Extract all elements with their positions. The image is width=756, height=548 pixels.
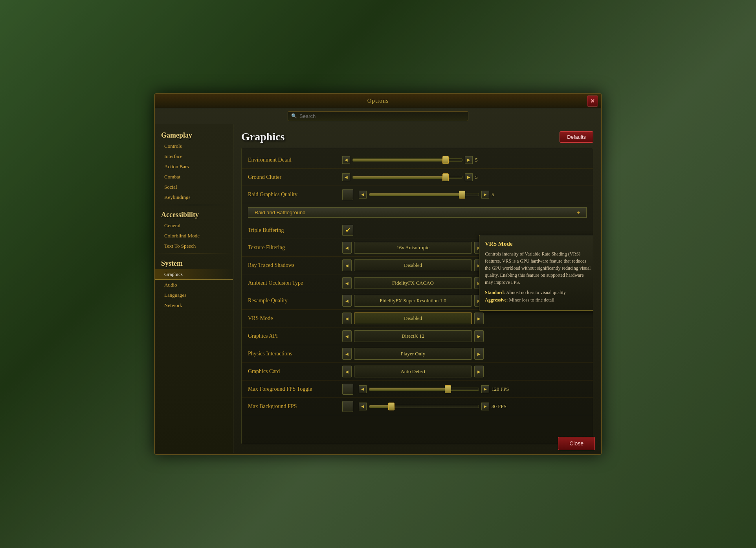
sidebar-divider-1 <box>155 205 233 205</box>
setting-label-vrs-mode: VRS Mode <box>248 315 342 322</box>
checkbox-max-background[interactable] <box>342 401 353 412</box>
arrow-right-gcard[interactable]: ▶ <box>474 366 484 377</box>
track-ground-clutter[interactable] <box>352 176 462 179</box>
fill-fg <box>369 388 448 390</box>
slider-left-raid[interactable]: ◀ <box>359 191 367 199</box>
setting-label-resample-quality: Resample Quality <box>248 298 342 304</box>
value-environment: 5 <box>475 157 495 163</box>
modal-title-bar: Options ✕ <box>155 94 601 108</box>
raid-battleground-toggle[interactable]: Raid and Battleground + <box>248 207 587 218</box>
title-close-button[interactable]: ✕ <box>587 96 598 107</box>
checkbox-raid-graphics[interactable] <box>342 189 353 200</box>
setting-label-ambient-occlusion: Ambient Occlusion Type <box>248 280 342 286</box>
close-button[interactable]: Close <box>558 437 595 450</box>
thumb-bg[interactable] <box>388 403 395 410</box>
fill-ground-clutter <box>353 176 446 178</box>
sidebar-item-audio[interactable]: Audio <box>155 280 233 290</box>
arrow-right-physics[interactable]: ▶ <box>474 348 484 360</box>
arrow-right-vrs[interactable]: ▶ <box>474 313 484 324</box>
sidebar-item-languages[interactable]: Languages <box>155 290 233 300</box>
defaults-button[interactable]: Defaults <box>560 131 593 143</box>
arrow-left-physics[interactable]: ◀ <box>342 348 352 360</box>
control-physics: ◀ Player Only ▶ <box>342 348 587 360</box>
modal-body: Gameplay Controls Interface Action Bars … <box>155 124 601 453</box>
sidebar-item-graphics[interactable]: Graphics <box>155 269 233 280</box>
thumb-raid[interactable] <box>459 191 465 199</box>
dropdown-texture-filtering[interactable]: 16x Anisotropic <box>354 242 472 254</box>
tooltip-standard-label: Standard <box>485 290 504 295</box>
slider-left-fg[interactable]: ◀ <box>359 385 367 393</box>
slider-right-fg[interactable]: ▶ <box>481 385 489 393</box>
checkbox-max-foreground[interactable] <box>342 384 353 395</box>
track-environment[interactable] <box>352 158 462 162</box>
sidebar-item-colorblind-mode[interactable]: Colorblind Mode <box>155 231 233 241</box>
sidebar-item-keybindings[interactable]: Keybindings <box>155 192 233 202</box>
sidebar-item-controls[interactable]: Controls <box>155 141 233 151</box>
sidebar-item-action-bars[interactable]: Action Bars <box>155 162 233 172</box>
arrow-left-vrs[interactable]: ◀ <box>342 313 352 324</box>
slider-left-bg[interactable]: ◀ <box>359 403 367 410</box>
sidebar-item-combat[interactable]: Combat <box>155 172 233 182</box>
divider-plus-icon: + <box>577 210 580 215</box>
sidebar-item-network[interactable]: Network <box>155 300 233 311</box>
arrow-right-gapi[interactable]: ▶ <box>474 330 484 342</box>
sidebar-item-social[interactable]: Social <box>155 182 233 192</box>
dropdown-resample[interactable]: FidelityFX Super Resolution 1.0 <box>354 295 472 307</box>
track-raid[interactable] <box>369 193 479 196</box>
setting-row-graphics-api: Graphics API ◀ DirectX 12 ▶ <box>242 327 593 345</box>
tooltip-title: VRS Mode <box>485 241 591 247</box>
tooltip-body: Controls intensity of Variable Rate Shad… <box>485 250 591 286</box>
slider-max-foreground: ◀ ▶ 120 FPS <box>342 384 587 395</box>
slider-right-raid[interactable]: ▶ <box>481 191 489 199</box>
setting-row-max-foreground-fps: Max Foreground FPS Toggle ◀ ▶ 120 FPS <box>242 381 593 398</box>
divider-label: Raid and Battleground <box>255 210 305 215</box>
dropdown-ambient-occlusion[interactable]: FidelityFX CACAO <box>354 277 472 289</box>
setting-row-environment-detail: Environment Detail ◀ ▶ 5 <box>242 151 593 169</box>
checkbox-triple-buffering[interactable]: ✔ <box>342 225 353 236</box>
sidebar: Gameplay Controls Interface Action Bars … <box>155 124 233 453</box>
sidebar-item-interface[interactable]: Interface <box>155 151 233 162</box>
vrs-tooltip: VRS Mode Controls intensity of Variable … <box>479 235 593 311</box>
thumb-ground-clutter[interactable] <box>442 173 449 181</box>
arrow-left-ray[interactable]: ◀ <box>342 259 352 271</box>
track-bg[interactable] <box>369 405 479 408</box>
dropdown-vrs[interactable]: Disabled <box>354 313 472 324</box>
setting-label-graphics-api: Graphics API <box>248 333 342 339</box>
track-fg[interactable] <box>369 388 479 391</box>
dropdown-ray-traced[interactable]: Disabled <box>354 259 472 271</box>
section-header-row: Graphics Defaults <box>241 131 593 143</box>
slider-left-ground-clutter[interactable]: ◀ <box>342 173 350 181</box>
slider-ground-clutter: ◀ ▶ 5 <box>342 173 587 181</box>
setting-row-raid-graphics: Raid Graphics Quality ◀ ▶ 5 <box>242 186 593 203</box>
tooltip-standard-desc: : Almost no loss to visual quality <box>504 290 566 295</box>
arrow-left-resample[interactable]: ◀ <box>342 295 352 307</box>
setting-label-environment-detail: Environment Detail <box>248 157 342 163</box>
slider-right-bg[interactable]: ▶ <box>481 403 489 410</box>
control-graphics-card: ◀ Auto Detect ▶ <box>342 366 587 377</box>
setting-label-max-foreground-fps: Max Foreground FPS Toggle <box>248 386 342 392</box>
slider-raid-graphics: ◀ ▶ 5 <box>342 189 587 200</box>
setting-label-graphics-card: Graphics Card <box>248 368 342 375</box>
control-triple-buffering: ✔ <box>342 225 587 236</box>
search-input[interactable] <box>299 113 465 119</box>
value-bg: 30 FPS <box>492 403 511 410</box>
dropdown-graphics-card[interactable]: Auto Detect <box>354 366 472 377</box>
arrow-left-gcard[interactable]: ◀ <box>342 366 352 377</box>
sidebar-header-accessibility: Accessibility <box>155 208 233 221</box>
sidebar-item-general[interactable]: General <box>155 221 233 231</box>
slider-max-background: ◀ ▶ 30 FPS <box>342 401 587 412</box>
thumb-environment[interactable] <box>442 156 449 164</box>
dropdown-physics[interactable]: Player Only <box>354 348 472 360</box>
arrow-left-gapi[interactable]: ◀ <box>342 330 352 342</box>
slider-left-environment[interactable]: ◀ <box>342 156 350 164</box>
sidebar-item-text-to-speech[interactable]: Text To Speech <box>155 241 233 251</box>
slider-right-environment[interactable]: ▶ <box>465 156 473 164</box>
setting-row-ground-clutter: Ground Clutter ◀ ▶ 5 <box>242 169 593 186</box>
arrow-left-ao[interactable]: ◀ <box>342 277 352 289</box>
arrow-left-texture[interactable]: ◀ <box>342 242 352 254</box>
thumb-fg[interactable] <box>445 385 451 393</box>
fill-environment <box>353 159 446 161</box>
section-title: Graphics <box>241 131 284 143</box>
dropdown-graphics-api[interactable]: DirectX 12 <box>354 330 472 342</box>
slider-right-ground-clutter[interactable]: ▶ <box>465 173 473 181</box>
